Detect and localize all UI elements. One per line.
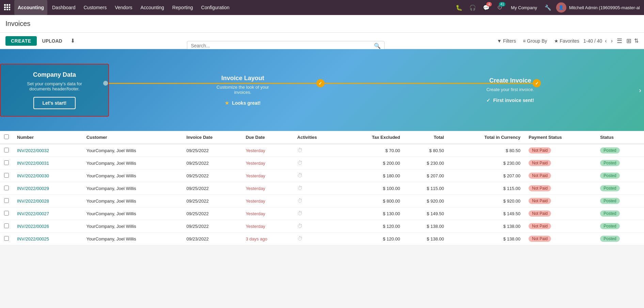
- row-checkbox-cell[interactable]: [0, 182, 13, 195]
- nav-accounting-menu[interactable]: Accounting: [137, 0, 168, 15]
- cell-number[interactable]: INV/2022/00029: [13, 182, 82, 195]
- prev-page-button[interactable]: ‹: [603, 37, 608, 45]
- cell-activities[interactable]: ⏱: [293, 195, 341, 207]
- cell-activities[interactable]: ⏱: [293, 207, 341, 220]
- cell-activities[interactable]: ⏱: [293, 157, 341, 170]
- bug-icon[interactable]: 🐛: [454, 2, 465, 13]
- cell-tax-excluded: $ 800.00: [341, 195, 404, 207]
- payment-status-badge: Not Paid: [529, 173, 551, 179]
- cell-payment-status: Not Paid: [524, 233, 596, 245]
- row-checkbox[interactable]: [4, 223, 9, 228]
- table-row: INV/2022/00032 YourCompany, Joel Willis …: [0, 144, 644, 157]
- download-button[interactable]: ⬇: [68, 35, 78, 46]
- activity-clock-icon[interactable]: ⏱: [297, 210, 303, 216]
- username-label[interactable]: Mitchell Admin (19609905-master-al: [569, 5, 640, 10]
- cell-number[interactable]: INV/2022/00027: [13, 207, 82, 220]
- grid-menu-icon[interactable]: [4, 4, 10, 11]
- cell-status: Posted: [596, 182, 644, 195]
- activity-clock-icon[interactable]: ⏱: [297, 173, 303, 178]
- nav-vendors[interactable]: Vendors: [111, 0, 136, 15]
- row-checkbox[interactable]: [4, 211, 9, 216]
- settings-icon-button[interactable]: ⇅: [634, 38, 639, 44]
- cell-number[interactable]: INV/2022/00028: [13, 195, 82, 207]
- row-checkbox[interactable]: [4, 186, 9, 190]
- activity-clock-icon[interactable]: ⏱: [297, 223, 303, 229]
- activity-clock-icon[interactable]: ⏱: [297, 147, 303, 153]
- upload-button[interactable]: UPLOAD: [40, 36, 65, 46]
- chat-icon[interactable]: 💬 4: [481, 2, 492, 13]
- header-activities[interactable]: Activities: [293, 131, 341, 144]
- row-checkbox[interactable]: [4, 236, 9, 241]
- cell-number[interactable]: INV/2022/00032: [13, 144, 82, 157]
- headset-icon[interactable]: 🎧: [467, 2, 478, 13]
- select-all-checkbox[interactable]: [4, 134, 9, 139]
- row-checkbox-cell[interactable]: [0, 207, 13, 220]
- row-checkbox-cell[interactable]: [0, 220, 13, 233]
- row-checkbox[interactable]: [4, 160, 9, 165]
- cell-tax-excluded: $ 130.00: [341, 207, 404, 220]
- nav-accounting[interactable]: Accounting: [14, 0, 47, 15]
- filters-button[interactable]: ▼ Filters: [494, 37, 519, 45]
- activity-clock-icon[interactable]: ⏱: [297, 185, 303, 191]
- favorites-button[interactable]: ★ Favorites: [551, 37, 582, 45]
- header-total-currency[interactable]: Total in Currency: [448, 131, 525, 144]
- cell-number[interactable]: INV/2022/00026: [13, 220, 82, 233]
- cell-total-currency: $ 138.00: [448, 220, 525, 233]
- cell-number[interactable]: INV/2022/00031: [13, 157, 82, 170]
- nav-configuration[interactable]: Configuration: [198, 0, 233, 15]
- cell-activities[interactable]: ⏱: [293, 220, 341, 233]
- avatar[interactable]: 👤: [556, 2, 566, 13]
- header-number[interactable]: Number: [13, 131, 82, 144]
- row-checkbox-cell[interactable]: [0, 144, 13, 157]
- cell-activities[interactable]: ⏱: [293, 233, 341, 245]
- header-checkbox-col[interactable]: [0, 131, 13, 144]
- payment-status-badge: Not Paid: [529, 223, 551, 229]
- row-checkbox[interactable]: [4, 173, 9, 178]
- activity-icon[interactable]: ⏱ 41: [494, 2, 505, 13]
- banner-next-arrow[interactable]: ›: [639, 86, 641, 94]
- group-by-button[interactable]: ≡ Group By: [520, 37, 550, 45]
- next-page-button[interactable]: ›: [610, 37, 614, 45]
- row-checkbox-cell[interactable]: [0, 157, 13, 170]
- header-invoice-date[interactable]: Invoice Date: [183, 131, 242, 144]
- nav-customers[interactable]: Customers: [80, 0, 110, 15]
- company-selector[interactable]: My Company: [508, 5, 540, 10]
- cell-customer: YourCompany, Joel Willis: [82, 170, 183, 182]
- nav-reporting[interactable]: Reporting: [169, 0, 197, 15]
- nav-dashboard[interactable]: Dashboard: [49, 0, 79, 15]
- status-badge: Posted: [600, 185, 619, 191]
- header-status[interactable]: Status: [596, 131, 644, 144]
- row-checkbox-cell[interactable]: [0, 170, 13, 182]
- activity-clock-icon[interactable]: ⏱: [297, 198, 303, 204]
- search-input[interactable]: [191, 43, 374, 48]
- list-view-button[interactable]: ☰: [615, 36, 624, 46]
- cell-number[interactable]: INV/2022/00030: [13, 170, 82, 182]
- grid-view-button[interactable]: ⊞: [625, 36, 633, 46]
- lets-start-button[interactable]: Let's start!: [33, 97, 75, 109]
- cell-activities[interactable]: ⏱: [293, 144, 341, 157]
- row-checkbox[interactable]: [4, 198, 9, 203]
- row-checkbox-cell[interactable]: [0, 195, 13, 207]
- row-checkbox[interactable]: [4, 148, 9, 152]
- wrench-icon[interactable]: 🔧: [543, 2, 553, 13]
- header-tax-excluded[interactable]: Tax Excluded: [341, 131, 404, 144]
- svg-rect-7: [6, 9, 8, 10]
- header-customer[interactable]: Customer: [82, 131, 183, 144]
- cell-activities[interactable]: ⏱: [293, 170, 341, 182]
- row-checkbox-cell[interactable]: [0, 233, 13, 245]
- cell-number[interactable]: INV/2022/00025: [13, 233, 82, 245]
- activity-clock-icon[interactable]: ⏱: [297, 160, 303, 166]
- create-button[interactable]: CREATE: [5, 36, 37, 46]
- status-badge: Posted: [600, 198, 619, 204]
- status-badge: Posted: [600, 173, 619, 179]
- cell-payment-status: Not Paid: [524, 170, 596, 182]
- cell-due-date: 3 days ago: [241, 233, 293, 245]
- table-row: INV/2022/00028 YourCompany, Joel Willis …: [0, 195, 644, 207]
- header-due-date[interactable]: Due Date: [241, 131, 293, 144]
- header-payment-status[interactable]: Payment Status: [524, 131, 596, 144]
- cell-activities[interactable]: ⏱: [293, 182, 341, 195]
- activity-clock-icon[interactable]: ⏱: [297, 236, 303, 241]
- filter-controls: ▼ Filters ≡ Group By ★ Favorites 1-40 / …: [494, 36, 639, 46]
- header-total[interactable]: Total: [404, 131, 448, 144]
- cell-status: Posted: [596, 195, 644, 207]
